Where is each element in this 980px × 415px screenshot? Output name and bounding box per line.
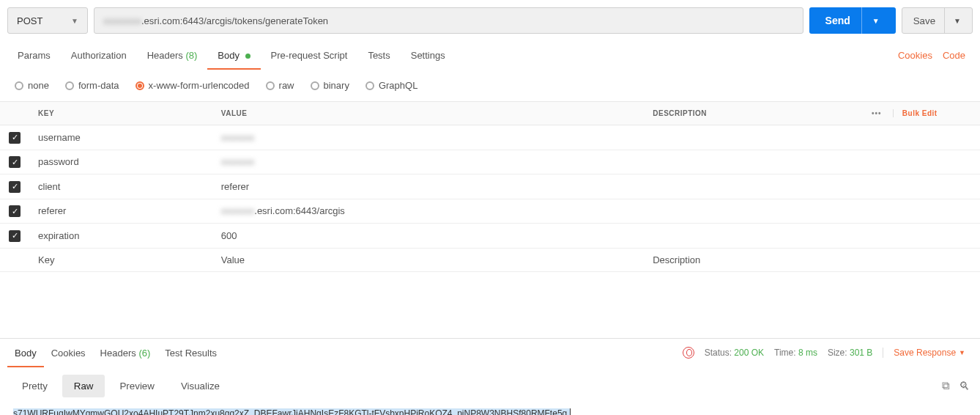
tab-tests[interactable]: Tests [357, 41, 400, 70]
column-value: VALUE [212, 102, 644, 125]
chevron-down-icon[interactable]: ▼ [861, 7, 880, 34]
view-pretty[interactable]: Pretty [10, 375, 59, 397]
body-type-raw[interactable]: raw [266, 80, 294, 91]
body-type-none[interactable]: none [15, 80, 49, 91]
tab-body[interactable]: Body [207, 41, 260, 70]
code-link[interactable]: Code [943, 50, 965, 61]
url-input[interactable]: xxxxxxxx.esri.com:6443/arcgis/tokens/gen… [94, 7, 803, 34]
key-placeholder[interactable]: Key [29, 248, 212, 271]
column-description: DESCRIPTION [644, 102, 863, 125]
value-cell[interactable]: referer [212, 175, 644, 199]
body-params-table: KEY VALUE DESCRIPTION ••• Bulk Edit ✓use… [0, 101, 980, 272]
body-type-urlencoded[interactable]: x-www-form-urlencoded [136, 80, 250, 91]
view-raw[interactable]: Raw [62, 375, 105, 397]
checkbox-checked-icon[interactable]: ✓ [9, 156, 21, 168]
tab-authorization[interactable]: Authorization [61, 41, 137, 70]
table-row: ✓clientreferer [0, 175, 980, 199]
request-tabs: Params Authorization Headers (8) Body Pr… [0, 41, 980, 70]
table-row-new: KeyValueDescription [0, 248, 980, 271]
value-cell[interactable]: xxxxxxx [212, 125, 644, 150]
status-value: 200 OK [734, 348, 764, 358]
value-cell[interactable]: xxxxxxx.esri.com:6443/arcgis [212, 199, 644, 224]
chevron-down-icon: ▼ [959, 349, 965, 356]
body-type-binary[interactable]: binary [311, 80, 349, 91]
desc-cell[interactable] [644, 199, 863, 224]
chevron-down-icon[interactable]: ▼ [944, 8, 961, 33]
http-method-select[interactable]: POST ▼ [7, 7, 88, 34]
key-cell[interactable]: username [29, 125, 212, 150]
value-placeholder[interactable]: Value [212, 248, 644, 271]
radio-icon [266, 81, 275, 90]
key-cell[interactable]: expiration [29, 224, 212, 249]
save-button[interactable]: Save ▼ [902, 7, 973, 34]
size-value: 301 B [850, 348, 872, 358]
body-modified-dot-icon [245, 54, 250, 59]
key-cell[interactable]: client [29, 175, 212, 199]
radio-icon [365, 81, 374, 90]
bulk-edit-link[interactable]: Bulk Edit [893, 109, 938, 117]
body-type-formdata[interactable]: form-data [65, 80, 119, 91]
checkbox-checked-icon[interactable]: ✓ [9, 230, 21, 242]
radio-checked-icon [136, 81, 144, 90]
tab-prerequest[interactable]: Pre-request Script [261, 41, 358, 70]
key-cell[interactable]: referer [29, 199, 212, 224]
tab-headers[interactable]: Headers (8) [137, 41, 208, 70]
table-row: ✓expiration600 [0, 224, 980, 249]
value-cell[interactable]: xxxxxxx [212, 150, 644, 175]
http-method-value: POST [17, 15, 42, 26]
network-icon[interactable] [683, 347, 694, 359]
response-body[interactable]: s71WURFuqIwMYgmwGQU2xo4AHIuPT29TJnm2xu8g… [0, 405, 980, 416]
url-visible: .esri.com:6443/arcgis/tokens/generateTok… [141, 15, 328, 26]
response-text: s71WURFuqIwMYgmwGQU2xo4AHIuPT29TJnm2xu8g… [13, 408, 570, 416]
radio-icon [311, 81, 319, 90]
desc-cell[interactable] [644, 175, 863, 199]
resp-tab-headers[interactable]: Headers (6) [93, 339, 158, 367]
resp-tab-cookies[interactable]: Cookies [44, 339, 93, 367]
desc-cell[interactable] [644, 150, 863, 175]
desc-placeholder[interactable]: Description [644, 248, 863, 271]
chevron-down-icon: ▼ [71, 17, 78, 25]
body-type-selector: none form-data x-www-form-urlencoded raw… [0, 70, 980, 101]
time-value: 8 ms [798, 348, 817, 358]
send-button[interactable]: Send ▼ [809, 7, 896, 34]
tab-params[interactable]: Params [7, 41, 61, 70]
radio-icon [15, 81, 23, 90]
save-response-button[interactable]: Save Response ▼ [883, 348, 965, 358]
checkbox-checked-icon[interactable]: ✓ [9, 181, 21, 193]
view-preview[interactable]: Preview [108, 375, 166, 397]
resp-tab-body[interactable]: Body [7, 339, 44, 367]
checkbox-checked-icon[interactable]: ✓ [9, 205, 21, 217]
value-cell[interactable]: 600 [212, 224, 644, 249]
table-row: ✓passwordxxxxxxx [0, 150, 980, 175]
desc-cell[interactable] [644, 224, 863, 249]
resp-tab-tests[interactable]: Test Results [157, 339, 224, 367]
radio-icon [65, 81, 74, 90]
table-row: ✓usernamexxxxxxx [0, 125, 980, 150]
desc-cell[interactable] [644, 125, 863, 150]
body-type-graphql[interactable]: GraphQL [365, 80, 417, 91]
copy-icon[interactable]: ⧉ [942, 379, 950, 392]
checkbox-checked-icon[interactable]: ✓ [9, 132, 21, 144]
search-icon[interactable]: 🔍︎ [959, 380, 970, 392]
tab-settings[interactable]: Settings [401, 41, 456, 70]
url-hidden-prefix: xxxxxxxx [103, 15, 141, 26]
response-tabs: Body Cookies Headers (6) Test Results St… [0, 339, 980, 367]
cookies-link[interactable]: Cookies [898, 50, 932, 61]
key-cell[interactable]: password [29, 150, 212, 175]
more-icon[interactable]: ••• [872, 109, 891, 117]
table-row: ✓refererxxxxxxx.esri.com:6443/arcgis [0, 199, 980, 224]
view-visualize[interactable]: Visualize [169, 375, 231, 397]
text-cursor-icon [570, 408, 571, 415]
column-key: KEY [29, 102, 212, 125]
